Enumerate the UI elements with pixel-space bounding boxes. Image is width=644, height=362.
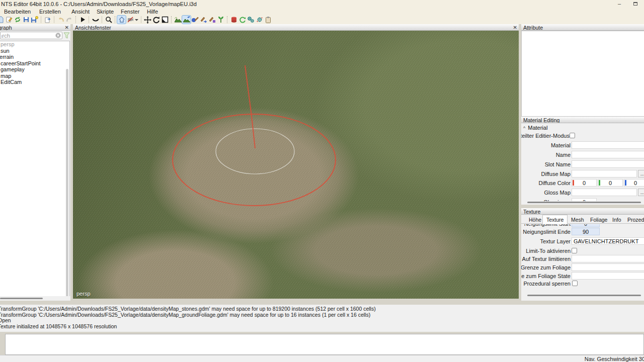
material-section-header[interactable]: ^Material <box>523 125 547 131</box>
tab-texture[interactable]: Texture <box>542 215 568 224</box>
collapse-icon: ^ <box>523 126 525 131</box>
camera-dropdown-icon[interactable] <box>134 16 139 24</box>
foliage-state-border-label: Grenze zum Foliage State <box>521 273 571 279</box>
edit-icon[interactable] <box>5 16 13 24</box>
texture-layer-field[interactable]: GAVELNICHTZERDRUKT <box>572 237 644 245</box>
move-icon[interactable] <box>143 16 152 24</box>
diffuse-g-value: 0 <box>598 180 622 186</box>
camera-off-icon[interactable] <box>126 16 134 24</box>
name-field[interactable] <box>572 151 644 158</box>
tree-item-map[interactable]: map <box>0 73 69 79</box>
clipboard-icon[interactable] <box>264 16 272 24</box>
diffuse-map-field[interactable] <box>572 170 637 177</box>
gears-icon[interactable] <box>247 16 255 24</box>
reload-icon[interactable] <box>13 16 22 24</box>
tree-vertical-scrollbar[interactable] <box>66 69 68 301</box>
material-field[interactable] <box>572 141 644 149</box>
tab-prozedurale-platzierung[interactable]: Prozedurale Platzier <box>624 216 644 224</box>
terrain-smooth-icon[interactable] <box>182 16 191 24</box>
close-icon[interactable]: ✕ <box>513 25 517 30</box>
tree-item-editcam[interactable]: EditCam <box>0 79 69 85</box>
tree-item-persp[interactable]: persp <box>0 41 69 48</box>
tree-item-sun[interactable]: sun <box>0 48 69 54</box>
menu-bar: Bearbeiten Erstellen Ansicht Skripte Fen… <box>0 8 644 15</box>
gear-sync-icon[interactable] <box>255 16 264 24</box>
curve-icon[interactable] <box>91 16 100 24</box>
window-title: NTS Editor 64bit 10.0.6 - C:/Users/Admin… <box>1 1 197 7</box>
gloss-map-field[interactable] <box>572 189 637 196</box>
maximize-icon <box>633 2 637 6</box>
tab-foliage[interactable]: Foliage <box>587 216 611 224</box>
terrain-detail-icon[interactable] <box>208 16 216 24</box>
script-console-input[interactable] <box>5 334 644 355</box>
slope-start-field[interactable]: 0 <box>572 224 600 227</box>
undo-icon[interactable] <box>56 16 65 24</box>
menu-erstellen[interactable]: Erstellen <box>38 9 62 15</box>
diffuse-map-browse-button[interactable]: ... <box>638 170 644 177</box>
limit-texture-field[interactable] <box>572 255 644 262</box>
tab-mesh[interactable]: Mesh <box>568 216 588 224</box>
diffuse-g-field[interactable]: 0 <box>598 179 623 187</box>
tree-item-gameplay[interactable]: gameplay <box>0 66 69 73</box>
frame-home-icon[interactable] <box>117 16 126 24</box>
viewport-3d-view[interactable]: persp <box>73 31 519 299</box>
zoom-icon[interactable] <box>104 16 113 24</box>
menu-skripte[interactable]: Skripte <box>96 9 115 15</box>
tree-item-careerstartpoint[interactable]: careerStartPoint <box>0 60 69 67</box>
terrain-slope-icon[interactable] <box>199 16 208 24</box>
tab-info[interactable]: Info <box>609 216 625 224</box>
procedural-lock-checkbox[interactable] <box>572 281 578 286</box>
texture-horizontal-scrollbar[interactable] <box>527 295 641 296</box>
scenegraph-tree[interactable]: persp sun terrain careerStartPoint gamep… <box>0 41 70 301</box>
glossiness-field[interactable]: 0 <box>572 198 597 201</box>
refresh-green-icon[interactable] <box>238 16 247 24</box>
search-input[interactable] <box>0 32 62 39</box>
maximize-button[interactable] <box>630 1 641 8</box>
save-as-icon[interactable] <box>30 16 39 24</box>
slope-end-label: Neigungslimit Ende <box>523 229 571 235</box>
inner-ring <box>216 129 294 174</box>
limit-to-checkbox[interactable] <box>572 248 577 253</box>
menu-bearbeiten[interactable]: Bearbeiten <box>3 9 32 15</box>
foliage-paint-icon[interactable] <box>216 16 225 24</box>
save-icon[interactable] <box>22 16 30 24</box>
scale-icon[interactable] <box>160 16 169 24</box>
gloss-map-label: Gloss Map <box>544 190 571 196</box>
tree-item-terrain[interactable]: terrain <box>0 54 69 60</box>
material-horizontal-scrollbar[interactable] <box>527 202 641 203</box>
minimize-button[interactable]: – <box>614 1 625 8</box>
tree-horizontal-scrollbar[interactable] <box>0 296 70 301</box>
attribute-content <box>521 31 644 117</box>
menu-ansicht[interactable]: Ansicht <box>70 9 91 15</box>
slope-end-field[interactable]: 90 <box>572 228 600 235</box>
menu-hilfe[interactable]: Hilfe <box>146 9 159 15</box>
foliage-state-border-field[interactable] <box>572 272 644 280</box>
foliage-border-field[interactable] <box>572 263 644 271</box>
gloss-map-browse-button[interactable]: ... <box>638 189 644 196</box>
terrain-paint-icon[interactable] <box>191 16 199 24</box>
slot-name-field[interactable] <box>572 160 644 168</box>
menu-fenster[interactable]: Fenster <box>120 9 140 15</box>
clear-search-icon[interactable] <box>55 33 61 38</box>
filter-funnel-icon[interactable] <box>63 32 70 39</box>
attribute-title-bar: Attribute <box>521 24 644 31</box>
new-icon[interactable] <box>0 16 5 24</box>
log-line: TransformGroup 'C:/Users/Admin/Downloads… <box>0 312 644 318</box>
diffuse-r-field[interactable]: 0 <box>572 179 597 187</box>
diffuse-b-field[interactable]: 0 <box>624 179 644 187</box>
viewport-title: Ansichtsfenster <box>75 25 111 31</box>
rotate-icon[interactable] <box>152 16 160 24</box>
close-icon[interactable]: ✕ <box>65 25 69 30</box>
export-icon[interactable] <box>43 16 52 24</box>
scenegraph-title: Scenegraph <box>0 25 12 31</box>
database-red-icon[interactable] <box>229 16 238 24</box>
diffuse-b-value: 0 <box>624 180 644 186</box>
texture-layer-label: Textur Layer <box>540 238 571 244</box>
scrollbar-thumb[interactable] <box>0 298 43 299</box>
terrain-sculpt-icon[interactable] <box>174 16 182 24</box>
play-icon[interactable] <box>78 16 87 24</box>
attribute-panel: Attribute <box>521 24 644 117</box>
shared-edit-checkbox[interactable] <box>570 133 575 138</box>
redo-icon[interactable] <box>65 16 73 24</box>
name-label: Name <box>556 152 571 158</box>
